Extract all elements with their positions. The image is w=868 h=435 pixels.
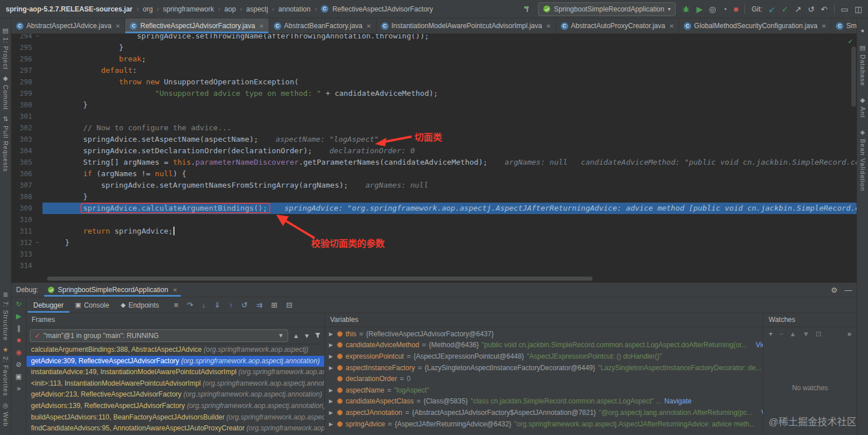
expand-arrow-icon[interactable]: ▶ [329,410,334,415]
expand-arrow-icon[interactable]: ▶ [329,387,334,393]
hide-panel-icon[interactable]: — [844,286,852,294]
debug-tab-endpoints[interactable]: ◆Endpoints [115,297,165,313]
variable-row[interactable]: ▶candidateAspectClass={Class@5835}"class… [325,396,763,407]
pause-button[interactable]: ∥ [17,325,21,332]
move-up-button[interactable]: ▲ [789,330,796,338]
settings-gear-icon[interactable]: ⚙ [831,286,838,294]
stack-frame[interactable]: getAdvisor:213, ReflectiveAspectJAdvisor… [26,389,324,401]
move-down-button[interactable]: ▼ [803,330,809,338]
variable-view-link[interactable]: View [755,409,763,417]
line-number[interactable]: 305 [11,157,32,168]
tool-window-button-notifications-icon[interactable]: ● [861,27,865,34]
git-rollback-button[interactable]: ↶ [821,5,828,13]
line-number[interactable]: 297 [11,65,32,76]
stack-frame[interactable]: instantiateAdvice:149, InstantiationMode… [26,367,324,378]
line-number[interactable]: 313 [11,248,32,260]
expand-arrow-icon[interactable]: ▶ [329,398,334,404]
expand-arrow-icon[interactable]: ▶ [329,342,334,348]
line-number[interactable]: 308 [11,191,32,203]
git-push-button[interactable]: ↗ [795,5,801,13]
run-button[interactable]: ▶ [696,5,703,13]
stop-button[interactable]: ■ [17,337,21,344]
variable-row[interactable]: ▶springAdvice={AspectJAfterReturningAdvi… [325,418,763,430]
tool-window-button-1-project[interactable]: ▤1: Project [2,27,9,69]
variable-row[interactable]: ▶candidateAdviceMethod={Method@6436}"pub… [325,340,763,351]
fold-marker-icon[interactable]: − [32,237,42,248]
close-icon[interactable]: ✕ [173,287,177,293]
breadcrumb-item[interactable]: ReflectiveAspectJAdvisorFactory [332,5,433,13]
stop-button[interactable]: ■ [734,5,738,13]
stack-frame[interactable]: findCandidateAdvisors:95, AnnotationAwar… [26,423,324,434]
line-number[interactable]: 295 [11,42,32,53]
build-hammer-icon[interactable] [523,5,532,13]
variable-row[interactable]: ▶aspectName="logAspect" [325,384,763,396]
editor-tab[interactable]: CAbstractAutoProxyCreator.java✕ [556,18,679,33]
layout-button[interactable]: ◫ [855,5,862,13]
variable-view-link[interactable]: View [758,420,763,428]
run-to-cursor-icon[interactable]: ⇉ [256,301,262,309]
debug-tab-debugger[interactable]: Debugger [28,297,69,313]
variable-row[interactable]: ▶this={ReflectiveAspectJAdvisorFactory@6… [325,328,763,340]
line-number[interactable]: 314 [11,260,32,271]
line-number[interactable]: 309 [11,203,32,214]
editor-tab[interactable]: CReflectiveAspectJAdvisorFactory.java✕ [125,18,269,33]
tool-window-button-commit[interactable]: ◆Commit [2,75,9,110]
filter-frames-icon[interactable] [315,332,321,339]
line-number[interactable]: 310 [11,214,32,226]
step-into-icon[interactable]: ↓ [202,301,206,309]
tool-window-button-pull-requests[interactable]: ⇅Pull Requests [2,115,9,172]
breadcrumb-item[interactable]: spring-aop-5.2.7.RELEASE-sources.jar [6,5,133,13]
tool-window-button-bean-validation[interactable]: ◈Bean Validation [859,129,866,191]
tab-close-icon[interactable]: ✕ [669,23,674,29]
resume-button[interactable]: ▶ [16,313,21,320]
tool-window-button-web[interactable]: ◎Web [2,402,9,426]
debug-session-tab[interactable]: SpringbootSimpleRecordApplication ✕ [44,283,181,297]
variable-row[interactable]: ▶aspectJAnnotation={AbstractAspectJAdvis… [325,407,763,418]
line-number[interactable]: 306 [11,168,32,180]
force-step-into-icon[interactable]: ⇓ [214,301,220,309]
expand-arrow-icon[interactable]: ▶ [329,331,334,337]
line-number[interactable]: 294 [11,34,32,42]
code-editor[interactable]: 294− springAdvice.setThrowingName(afterT… [11,34,857,282]
editor-tab[interactable]: CInstantiationModelAwarePointcutAdvisorI… [377,18,556,33]
step-out-icon[interactable]: ↑ [229,301,233,309]
fold-marker-icon[interactable]: − [32,34,42,42]
tab-close-icon[interactable]: ✕ [546,23,551,29]
expand-arrow-icon[interactable]: ▶ [329,365,334,371]
duplicate-watch-button[interactable]: ⊡ [816,330,822,338]
line-number[interactable]: 307 [11,180,32,191]
variable-navigate-link[interactable]: Navigate [664,397,691,405]
git-history-button[interactable]: ↺ [808,5,815,13]
tool-window-button-2-favorites[interactable]: ★2: Favorites [2,346,9,396]
coverage-button[interactable]: ◎ [709,5,716,13]
stack-frame[interactable]: calculateArgumentBindings:388, AbstractA… [26,344,324,356]
git-commit-button[interactable]: ✓ [782,5,789,13]
breadcrumb-item[interactable]: aspectj [246,5,268,13]
line-number[interactable]: 304 [11,145,32,157]
git-update-button[interactable]: ↙ [769,5,776,13]
editor-tab[interactable]: CAbstractAspectJAdvice.java✕ [11,18,125,33]
screen-share-button[interactable]: ▭ [841,5,848,13]
run-configuration-select[interactable]: SpringbootSimpleRecordApplication ▾ [538,2,676,16]
breadcrumb-item[interactable]: org [143,5,153,13]
line-number[interactable]: 296 [11,53,32,65]
line-number[interactable]: 303 [11,134,32,145]
add-watch-button[interactable]: + [769,330,773,338]
breadcrumb-item[interactable]: springframework [163,5,214,13]
line-number[interactable]: 298 [11,76,32,88]
line-number[interactable]: 311 [11,226,32,237]
tool-window-button-database[interactable]: ▤Database [859,44,866,86]
view-breakpoints-button[interactable]: ◉ [16,349,21,356]
line-number[interactable]: 312 [11,237,32,248]
line-number[interactable]: 301 [11,111,32,122]
tool-window-button-ant[interactable]: ◆Ant [859,96,866,118]
stack-frame[interactable]: buildAspectJAdvisors:110, BeanFactoryAsp… [26,412,324,424]
previous-frame-icon[interactable]: ▲ [293,332,299,339]
editor-vertical-scrollbar[interactable] [851,46,856,107]
editor-horizontal-scrollbar[interactable] [47,277,592,281]
stack-frame[interactable]: <init>:113, InstantiationModelAwarePoint… [26,378,324,390]
remove-watch-button[interactable]: − [779,330,783,338]
editor-tab[interactable]: CSma✕ [831,18,857,33]
drop-frame-icon[interactable]: ↺ [241,301,247,309]
step-over-icon[interactable]: ↷ [187,301,193,309]
